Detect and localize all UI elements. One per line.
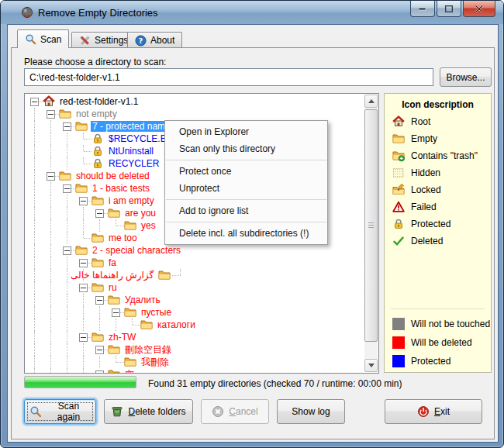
context-menu-item[interactable]: Scan only this directory (165, 140, 327, 157)
tree-item-label[interactable]: fa (107, 257, 118, 268)
tab-about[interactable]: ? About (127, 32, 182, 48)
tree-row[interactable]: not empty (26, 108, 364, 120)
tree-item-label[interactable]: should be deleted (74, 171, 151, 181)
delete-folders-button[interactable]: Delete folders (104, 399, 193, 424)
tab-scan-label: Scan (40, 34, 61, 45)
collapse-minus-icon[interactable] (95, 296, 104, 305)
tree-item-label[interactable]: ru (107, 282, 119, 293)
tree-guide-line (43, 368, 59, 373)
tree-guide-line (26, 120, 43, 133)
title-bar[interactable]: Remove Empty Directories (1, 1, 503, 24)
tree-item-label[interactable]: 1 - basic tests (91, 183, 151, 194)
tree-guide-line (43, 219, 59, 232)
show-log-button[interactable]: Show log (277, 399, 345, 424)
tree-item-label[interactable]: NtUninstall (107, 146, 155, 157)
tree-row[interactable]: каталоги (26, 319, 364, 331)
tree-item-label[interactable]: RECYCLER (107, 158, 161, 169)
tree-guide-line (59, 133, 75, 145)
status-text: Found 31 empty directories (checked 70 /… (148, 378, 402, 389)
scan-again-button[interactable]: Scan again (24, 399, 96, 424)
collapse-minus-icon[interactable] (79, 284, 88, 292)
tree-item-label[interactable]: 刪除空目錄 (123, 343, 173, 357)
tree-item-label[interactable]: Удалить (123, 295, 162, 305)
collapse-minus-icon[interactable] (95, 370, 104, 374)
tree-row[interactable]: Удалить (26, 294, 364, 306)
tree-row[interactable]: ru (26, 281, 364, 294)
tab-settings[interactable]: Settings (71, 32, 136, 48)
hidden-icon (392, 167, 405, 179)
tree-item-label[interactable]: red-test-folder-v1.1 (58, 96, 140, 107)
collapse-minus-icon[interactable] (30, 98, 39, 106)
tree-guide-line (43, 207, 59, 219)
tree-guide-line (59, 232, 75, 244)
maximize-button[interactable] (437, 1, 461, 17)
scrollbar-thumb[interactable] (364, 109, 378, 342)
folder-icon (124, 219, 136, 232)
tree-guide-line (43, 257, 59, 269)
tree-item-label[interactable]: zh-TW (107, 332, 137, 343)
tree-guide-line (59, 145, 75, 157)
tree-row[interactable]: пустые (26, 306, 364, 319)
tree-item-label[interactable]: are you (123, 208, 157, 219)
tree-item-label[interactable]: каталоги (156, 319, 197, 330)
tree-item-label[interactable]: 2 - special characters (91, 245, 182, 256)
collapse-minus-icon[interactable] (47, 110, 55, 119)
scroll-down-button[interactable] (364, 359, 378, 372)
tree-guide-line (59, 157, 75, 170)
browse-button[interactable]: Browse... (440, 67, 492, 87)
menu-separator (166, 222, 326, 222)
collapse-minus-icon[interactable] (63, 122, 71, 131)
context-menu-item[interactable]: Open in Explorer (165, 123, 327, 140)
tree-guide-line (26, 281, 43, 294)
tree-guide-line (26, 108, 43, 120)
scroll-up-button[interactable] (364, 95, 378, 108)
browse-button-label: Browse... (446, 72, 485, 83)
tree-guide-line (43, 145, 59, 157)
tree-item-label[interactable]: 空 (123, 368, 136, 374)
tree-row[interactable]: 空 (26, 368, 364, 373)
tab-settings-label: Settings (95, 35, 128, 46)
tree-item-label[interactable]: yes (140, 220, 157, 231)
tree-item-label[interactable]: گزارش راهنماها خالی (69, 270, 155, 281)
tree-elbow (75, 133, 91, 145)
collapse-minus-icon[interactable] (47, 172, 55, 181)
close-button[interactable] (463, 1, 495, 17)
tree-elbow (75, 232, 91, 244)
collapse-minus-icon[interactable] (79, 259, 88, 267)
context-menu-item[interactable]: Protect once (165, 163, 327, 180)
tree-row[interactable]: گزارش راهنماها خالی (26, 269, 364, 281)
tree-row[interactable]: fa (26, 257, 364, 269)
collapse-minus-icon[interactable] (79, 197, 88, 205)
context-menu-item[interactable]: Add to ignore list (165, 202, 327, 219)
tree-row[interactable]: red-test-folder-v1.1 (26, 95, 364, 108)
minimize-button[interactable] (410, 1, 435, 17)
tree-guide-line (26, 145, 43, 157)
tree-scrollbar[interactable] (364, 95, 378, 372)
tree-guide-line (43, 356, 59, 368)
collapse-minus-icon[interactable] (79, 333, 88, 342)
tab-scan[interactable]: Scan (17, 29, 69, 48)
tree-item-label[interactable]: пустые (140, 307, 173, 318)
tree-row[interactable]: 刪除空目錄 (26, 343, 364, 356)
tree-item-label[interactable]: not empty (74, 109, 119, 119)
tree-row[interactable]: 2 - special characters (26, 244, 364, 257)
collapse-minus-icon[interactable] (112, 308, 120, 317)
legend-item: Locked (392, 184, 488, 196)
tree-guide-line (26, 219, 43, 232)
legend-item: Contains "trash" (392, 150, 488, 162)
lock-icon (91, 133, 104, 145)
context-menu-item[interactable]: Unprotect (165, 180, 327, 197)
context-menu-item[interactable]: Delete incl. all subdirectories (!) (165, 225, 327, 242)
collapse-minus-icon[interactable] (63, 184, 71, 193)
tree-item-label[interactable]: 我刪除 (140, 356, 171, 369)
directory-path-input[interactable] (24, 68, 433, 86)
collapse-minus-icon[interactable] (63, 246, 71, 255)
tree-elbow (75, 145, 91, 157)
tree-item-label[interactable]: i am empty (107, 195, 156, 206)
tree-row[interactable]: 我刪除 (26, 356, 364, 368)
exit-button[interactable]: Exit (385, 399, 482, 424)
collapse-minus-icon[interactable] (95, 209, 104, 218)
tree-row[interactable]: zh-TW (26, 331, 364, 343)
collapse-minus-icon[interactable] (95, 346, 104, 354)
tree-item-label[interactable]: me too (107, 233, 139, 243)
